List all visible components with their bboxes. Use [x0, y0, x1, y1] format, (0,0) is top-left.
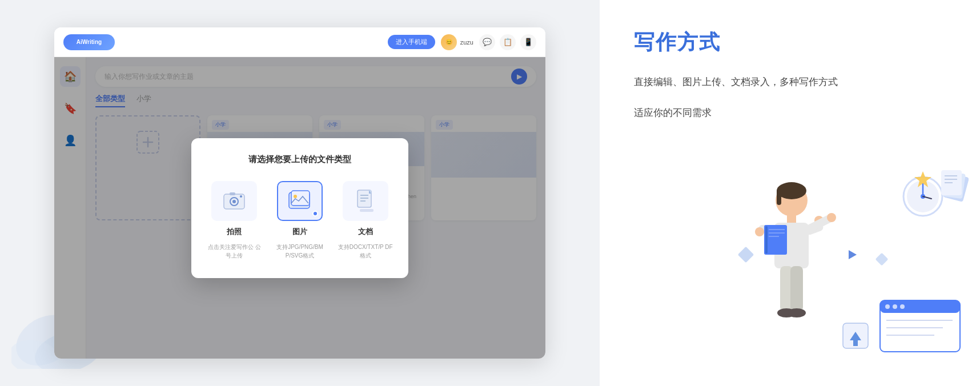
svg-point-21 — [294, 195, 297, 198]
svg-point-65 — [885, 304, 890, 309]
svg-point-48 — [788, 308, 806, 317]
option-photo-desc: 点击关注爱写作公 公号上传 — [205, 243, 264, 260]
svg-rect-32 — [787, 215, 796, 224]
svg-point-36 — [755, 227, 764, 236]
option-image-name: 图片 — [292, 227, 307, 237]
svg-point-16 — [232, 200, 236, 203]
svg-point-18 — [240, 195, 242, 198]
app-body: 🏠 🔖 👤 输入你想写作业或文章的主题 ▶ 全部类型 小学 — [54, 57, 545, 359]
mobile-btn[interactable]: 进入手机端 — [388, 35, 435, 49]
avatar: 😊 — [441, 34, 457, 50]
option-image[interactable]: 图片 支持JPG/PNG/BM P/SVG格式 — [271, 181, 330, 260]
modal-options: 拍照 点击关注爱写作公 公号上传 — [205, 181, 395, 260]
option-photo[interactable]: 拍照 点击关注爱写作公 公号上传 — [205, 181, 264, 260]
svg-point-67 — [900, 304, 905, 309]
upload-modal: 请选择您要上传的文件类型 — [191, 138, 408, 278]
illustration-area — [717, 158, 957, 375]
modal-overlay: 请选择您要上传的文件类型 — [54, 57, 545, 359]
right-section: 写作方式 直接编辑、图片上传、文档录入，多种写作方式 适应你的不同需求 — [600, 0, 980, 386]
svg-point-66 — [893, 304, 897, 309]
option-image-desc: 支持JPG/PNG/BM P/SVG格式 — [271, 243, 330, 260]
option-photo-name: 拍照 — [227, 227, 242, 237]
option-doc-name: 文档 — [358, 227, 373, 237]
svg-rect-46 — [790, 266, 803, 312]
svg-rect-61 — [738, 247, 754, 263]
left-section: AiWriting 进入手机端 😊 zuzu 💬 📋 📱 🏠 🔖 — [0, 0, 600, 386]
svg-rect-62 — [875, 253, 889, 266]
message-icon[interactable]: 💬 — [479, 34, 495, 50]
selected-indicator — [312, 211, 318, 216]
illustration-svg — [717, 158, 969, 375]
modal-title: 请选择您要上传的文件类型 — [205, 154, 395, 165]
user-area: 😊 zuzu — [441, 34, 473, 50]
section-desc-line2: 适应你的不同需求 — [634, 103, 946, 123]
svg-rect-20 — [291, 191, 310, 206]
photo-icon — [211, 181, 257, 221]
app-topbar: AiWriting 进入手机端 😊 zuzu 💬 📋 📱 — [54, 27, 545, 57]
svg-marker-74 — [849, 250, 857, 259]
section-desc-line1: 直接编辑、图片上传、文档录入，多种写作方式 — [634, 73, 946, 92]
svg-rect-23 — [360, 209, 373, 212]
app-window: AiWriting 进入手机端 😊 zuzu 💬 📋 📱 🏠 🔖 — [54, 27, 545, 359]
option-doc[interactable]: 文档 支持DOCX/TXT/P DF格式 — [336, 181, 395, 260]
topbar-icons: 💬 📋 📱 — [479, 34, 536, 50]
svg-rect-31 — [777, 189, 781, 205]
svg-rect-64 — [880, 300, 960, 313]
image-icon — [277, 181, 323, 221]
user-name: zuzu — [460, 39, 473, 46]
clipboard-icon[interactable]: 📋 — [500, 34, 516, 50]
section-title: 写作方式 — [634, 29, 946, 57]
mobile-icon[interactable]: 📱 — [520, 34, 536, 50]
svg-point-44 — [827, 213, 836, 222]
doc-icon — [343, 181, 388, 221]
option-doc-desc: 支持DOCX/TXT/P DF格式 — [336, 243, 395, 260]
app-logo: AiWriting — [63, 34, 115, 50]
svg-rect-39 — [765, 226, 768, 254]
svg-rect-17 — [230, 192, 235, 195]
topbar-right: 进入手机端 😊 zuzu 💬 📋 📱 — [388, 34, 536, 50]
